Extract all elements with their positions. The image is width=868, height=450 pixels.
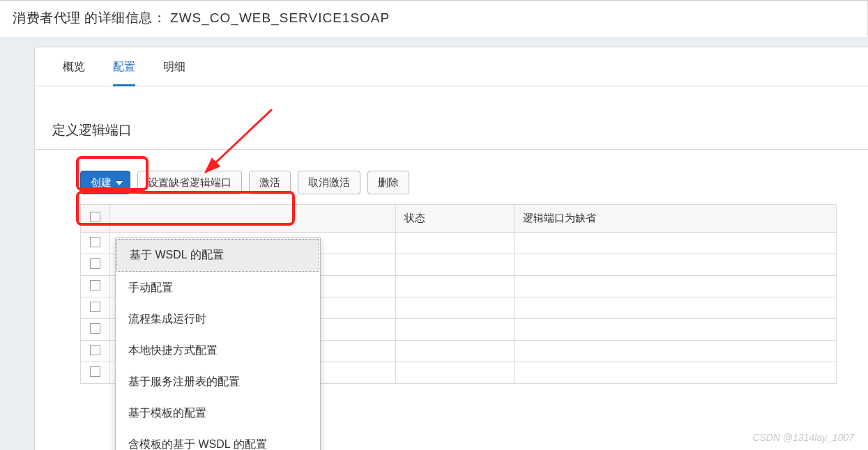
section-title: 定义逻辑端口 xyxy=(35,86,868,150)
checkbox-icon xyxy=(90,258,100,269)
row-checkbox[interactable] xyxy=(81,275,110,297)
tab-overview[interactable]: 概览 xyxy=(63,60,85,86)
activate-button[interactable]: 激活 xyxy=(249,171,291,194)
cell-default xyxy=(515,297,837,318)
menu-item-template-config[interactable]: 基于模板的配置 xyxy=(116,398,320,429)
row-checkbox[interactable] xyxy=(81,340,110,362)
cell-default xyxy=(515,318,837,340)
chevron-down-icon xyxy=(116,181,123,185)
cell-default xyxy=(515,275,837,297)
menu-item-wsdl-config[interactable]: 基于 WSDL 的配置 xyxy=(116,239,319,272)
cell-state xyxy=(396,254,515,275)
page-title-prefix: 消费者代理 的详细信息： xyxy=(13,10,166,25)
row-checkbox[interactable] xyxy=(81,254,110,275)
column-select-all[interactable] xyxy=(81,204,110,232)
row-checkbox[interactable] xyxy=(81,362,110,383)
set-default-port-button[interactable]: 设置缺省逻辑端口 xyxy=(137,171,242,194)
toolbar: 创建 设置缺省逻辑端口 激活 取消激活 删除 xyxy=(35,150,868,204)
cell-default xyxy=(515,232,837,254)
table-header-row: 状态 逻辑端口为缺省 xyxy=(81,204,837,232)
menu-item-process-integration[interactable]: 流程集成运行时 xyxy=(116,304,320,335)
content-panel: 概览 配置 明细 定义逻辑端口 创建 设置缺省逻辑端口 激活 取消激活 删除 状… xyxy=(34,47,868,450)
row-checkbox[interactable] xyxy=(81,318,110,340)
row-checkbox[interactable] xyxy=(81,232,110,254)
menu-item-local-shortcut[interactable]: 本地快捷方式配置 xyxy=(116,335,320,366)
cell-default xyxy=(515,362,837,383)
checkbox-icon xyxy=(90,212,100,222)
checkbox-icon xyxy=(90,345,100,355)
deactivate-button[interactable]: 取消激活 xyxy=(298,171,360,194)
page-title-code: ZWS_CO_WEB_SERVICE1SOAP xyxy=(170,10,390,25)
row-checkbox[interactable] xyxy=(81,297,110,318)
watermark: CSDN @1314lay_1007 xyxy=(752,432,854,443)
tabs: 概览 配置 明细 xyxy=(35,47,868,86)
column-default-port: 逻辑端口为缺省 xyxy=(515,204,837,232)
menu-item-manual-config[interactable]: 手动配置 xyxy=(116,272,320,304)
create-button[interactable]: 创建 xyxy=(80,171,130,194)
checkbox-icon xyxy=(90,280,100,290)
column-state: 状态 xyxy=(396,204,515,232)
menu-item-template-wsdl[interactable]: 含模板的基于 WSDL 的配置 xyxy=(116,429,320,450)
cell-default xyxy=(515,340,837,362)
page-title-bar: 消费者代理 的详细信息： ZWS_CO_WEB_SERVICE1SOAP xyxy=(0,0,868,37)
create-dropdown: 基于 WSDL 的配置 手动配置 流程集成运行时 本地快捷方式配置 基于服务注册… xyxy=(115,238,321,450)
tab-config[interactable]: 配置 xyxy=(113,60,135,86)
create-button-label: 创建 xyxy=(91,176,112,189)
cell-default xyxy=(515,254,837,275)
cell-state xyxy=(396,362,515,383)
column-name xyxy=(110,204,396,232)
tab-details[interactable]: 明细 xyxy=(163,60,185,86)
checkbox-icon xyxy=(90,323,100,334)
checkbox-icon xyxy=(90,302,100,312)
menu-item-service-registry[interactable]: 基于服务注册表的配置 xyxy=(116,366,320,398)
cell-state xyxy=(396,340,515,362)
cell-state xyxy=(396,232,515,254)
checkbox-icon xyxy=(90,366,100,377)
delete-button[interactable]: 删除 xyxy=(367,171,409,194)
cell-state xyxy=(396,297,515,318)
checkbox-icon xyxy=(90,237,100,247)
cell-state xyxy=(396,318,515,340)
cell-state xyxy=(396,275,515,297)
